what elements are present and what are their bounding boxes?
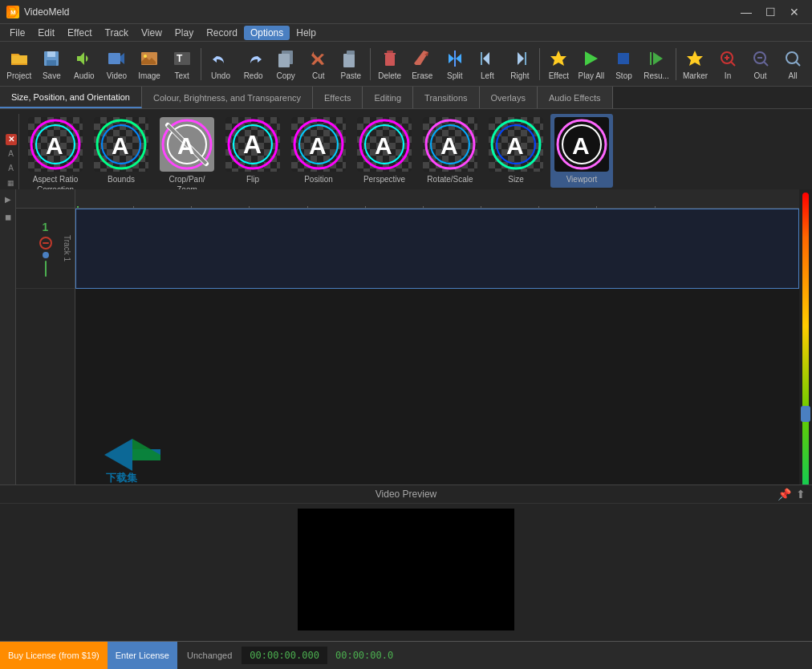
buy-license-button[interactable]: Buy License (from $19): [0, 642, 108, 669]
svg-rect-20: [525, 52, 526, 65]
svg-rect-5: [108, 53, 120, 64]
tab-0[interactable]: Size, Position, and Orientation: [0, 87, 142, 108]
svg-marker-6: [120, 53, 124, 64]
toolbar-btn-delete[interactable]: Delete: [374, 44, 406, 84]
toolbar-label: Play All: [579, 71, 605, 80]
track-label: Track 1: [63, 235, 71, 262]
menu-item-view[interactable]: View: [135, 26, 168, 40]
toolbar-btn-audio[interactable]: Audio: [68, 44, 100, 84]
scrollbar-thumb[interactable]: [801, 406, 810, 422]
tab-1[interactable]: Colour, Brightness, and Transparency: [142, 87, 313, 108]
preview-icons: 📌 ⬆: [777, 488, 806, 501]
toolbar-label: Split: [447, 71, 462, 80]
toolbar-btn-copy[interactable]: Copy: [270, 44, 302, 84]
toolbar-btn-right[interactable]: Right: [504, 44, 536, 84]
toolbar-btn-save[interactable]: Save: [36, 44, 68, 84]
maximize-button[interactable]: ☐: [759, 3, 782, 21]
app-title: VideoMeld: [24, 6, 69, 18]
toolbar-btn-paste[interactable]: Paste: [335, 44, 367, 84]
toolbar-btn-folder[interactable]: Project: [3, 44, 35, 84]
tab-4[interactable]: Transitions: [413, 87, 479, 108]
track-header-1[interactable]: 1 Track 1: [16, 209, 75, 289]
effect-item-0[interactable]: A Aspect RatioCorrection: [24, 114, 87, 198]
effect-item-8[interactable]: A Viewport: [550, 114, 613, 188]
svg-marker-25: [653, 52, 663, 65]
effect-item-3[interactable]: A Flip: [221, 114, 284, 188]
toolbar-label: In: [725, 71, 731, 80]
effect-item-4[interactable]: A Position: [287, 114, 350, 188]
effects-close-icon[interactable]: ✕: [6, 134, 17, 145]
tab-3[interactable]: Editing: [363, 87, 413, 108]
toolbar-btn-zoom-in[interactable]: In: [712, 44, 744, 84]
toolbar-btn-image[interactable]: Image: [133, 44, 165, 84]
menu-item-file[interactable]: File: [3, 26, 31, 40]
toolbar-btn-text[interactable]: TText: [166, 44, 198, 84]
ruler-mark: 5:0: [655, 206, 656, 208]
status-time1: 00:00:00.000: [242, 647, 327, 664]
toolbar-btn-marker[interactable]: Marker: [680, 44, 712, 84]
toolbar-btn-zoom-all[interactable]: All: [777, 44, 809, 84]
toolbar-btn-play-all[interactable]: Play All: [575, 44, 607, 84]
svg-text:M: M: [10, 9, 16, 16]
svg-rect-17: [385, 55, 395, 66]
close-button[interactable]: ✕: [783, 3, 806, 21]
toolbar-btn-effect[interactable]: Effect: [543, 44, 575, 84]
svg-rect-3: [47, 51, 55, 57]
menu-item-options[interactable]: Options: [244, 26, 290, 40]
ruler-mark: :30: [133, 206, 134, 208]
menu-item-help[interactable]: Help: [290, 26, 323, 40]
menu-item-edit[interactable]: Edit: [31, 26, 61, 40]
menu-item-track[interactable]: Track: [99, 26, 136, 40]
menu-item-play[interactable]: Play: [168, 26, 200, 40]
ruler-mark: 2:00: [307, 206, 308, 208]
title-left: M VideoMeld: [6, 6, 69, 18]
toolbar-btn-stop[interactable]: Stop: [608, 44, 640, 84]
tab-2[interactable]: Effects: [313, 87, 363, 108]
toolbar-btn-left[interactable]: Left: [472, 44, 504, 84]
status-state: Unchanged: [177, 651, 242, 660]
svg-text:A: A: [46, 132, 63, 159]
toolbar-btn-zoom-out[interactable]: Out: [745, 44, 777, 84]
svg-line-32: [764, 62, 768, 66]
effect-item-2[interactable]: A Crop/Pan/Zoom: [156, 114, 218, 198]
toolbar-btn-undo[interactable]: Undo: [205, 44, 237, 84]
svg-text:A: A: [375, 132, 392, 159]
track-row-1[interactable]: [75, 209, 799, 289]
preview-icon-up[interactable]: ⬆: [796, 488, 806, 501]
toolbar-btn-redo[interactable]: Redo: [238, 44, 270, 84]
playhead[interactable]: [77, 206, 79, 208]
sidebar-icon-1[interactable]: ▶: [2, 193, 14, 205]
svg-text:A: A: [112, 132, 129, 159]
track-mute-icon[interactable]: [39, 237, 52, 249]
svg-rect-12: [278, 54, 290, 67]
effect-item-6[interactable]: A Rotate/Scale: [419, 114, 481, 188]
toolbar-btn-split[interactable]: Split: [439, 44, 471, 84]
svg-text:A: A: [177, 132, 195, 159]
toolbar-label: All: [789, 71, 798, 80]
svg-text:A: A: [243, 130, 262, 159]
effect-item-5[interactable]: A Perspective: [353, 114, 416, 188]
toolbar-btn-resume[interactable]: Resu...: [640, 44, 672, 84]
toolbar-label: Audio: [74, 71, 95, 80]
tab-5[interactable]: Overlays: [480, 87, 538, 108]
effect-item-1[interactable]: A Bounds: [90, 114, 152, 188]
minimize-button[interactable]: —: [735, 3, 757, 21]
effect-item-7[interactable]: A Size: [485, 114, 547, 188]
track-number: 1: [43, 221, 49, 233]
enter-license-button[interactable]: Enter License: [108, 642, 177, 669]
preview-icon-pin[interactable]: 📌: [777, 488, 791, 501]
ruler-mark: 1:00: [191, 206, 192, 208]
menu-item-record[interactable]: Record: [200, 26, 244, 40]
tab-6[interactable]: Audio Effects: [538, 87, 613, 108]
toolbar-btn-video[interactable]: Video: [101, 44, 133, 84]
toolbar-sep-6: [201, 48, 201, 80]
effects-sidebar-icon1: A: [6, 148, 17, 160]
menu-item-effect[interactable]: Effect: [61, 26, 98, 40]
effect-label-8: Viewport: [566, 174, 598, 184]
sidebar-icon-2[interactable]: ◼: [2, 210, 14, 223]
toolbar-label: Video: [107, 71, 127, 80]
toolbar-btn-cut[interactable]: Cut: [302, 44, 335, 84]
toolbar-btn-erase[interactable]: Erase: [406, 44, 438, 84]
svg-rect-13: [343, 54, 355, 67]
ruler-mark: 3:30: [481, 206, 481, 208]
